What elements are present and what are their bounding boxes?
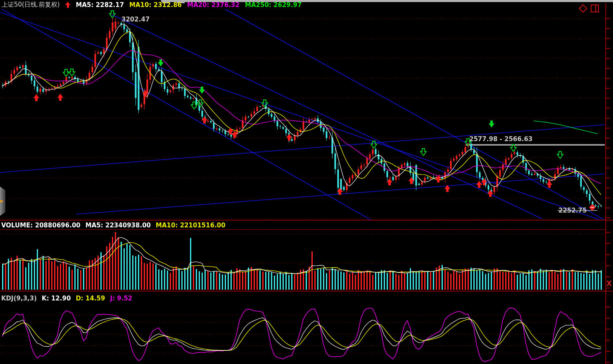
last-price-label: 2252.75 xyxy=(558,207,587,214)
main-chart-header: 上证50(日线.前复权) MA5: 2282.17 MA10: 2312.86 … xyxy=(2,1,302,9)
close-x-mark[interactable]: X xyxy=(606,279,612,288)
ma10-readout: MA10: 2312.86 xyxy=(129,1,182,9)
peak-price-label: 3202.47 xyxy=(121,16,150,23)
chart-canvas[interactable] xyxy=(0,0,613,364)
kdj-header: KDJ(9,3,3) K: 12.90 D: 14.59 J: 9.52 xyxy=(1,295,132,302)
window-controls xyxy=(580,5,599,12)
kdj-d-readout: D: 14.59 xyxy=(76,295,105,302)
ma20-readout: MA20: 2376.32 xyxy=(187,1,240,9)
volume-readout: VOLUME: 20880696.00 xyxy=(1,222,81,229)
diamond-icon[interactable] xyxy=(579,4,587,13)
volume-ma5-readout: MA5: 22340938.00 xyxy=(86,222,151,229)
band-price-label: 2577.98 - 2566.63 xyxy=(469,135,532,143)
window-panes-icon[interactable] xyxy=(591,5,599,12)
sidebar-expand-tab[interactable]: ▶ xyxy=(0,187,5,216)
ma5-readout: MA5: 2282.17 xyxy=(76,1,124,9)
symbol-title: 上证50(日线.前复权) xyxy=(2,1,60,9)
kdj-j-readout: J: 9.52 xyxy=(110,295,133,302)
expand-arrow-icon: ▶ xyxy=(0,199,3,203)
ma250-readout: MA250: 2629.97 xyxy=(245,1,302,9)
volume-header: VOLUME: 20880696.00 MA5: 22340938.00 MA1… xyxy=(1,222,226,229)
kdj-params: KDJ(9,3,3) xyxy=(1,295,37,302)
volume-ma10-readout: MA10: 22101516.00 xyxy=(156,222,226,229)
up-arrow-icon xyxy=(65,2,71,8)
stock-chart-window: 上证50(日线.前复权) MA5: 2282.17 MA10: 2312.86 … xyxy=(0,0,613,364)
kdj-k-readout: K: 12.90 xyxy=(42,295,71,302)
